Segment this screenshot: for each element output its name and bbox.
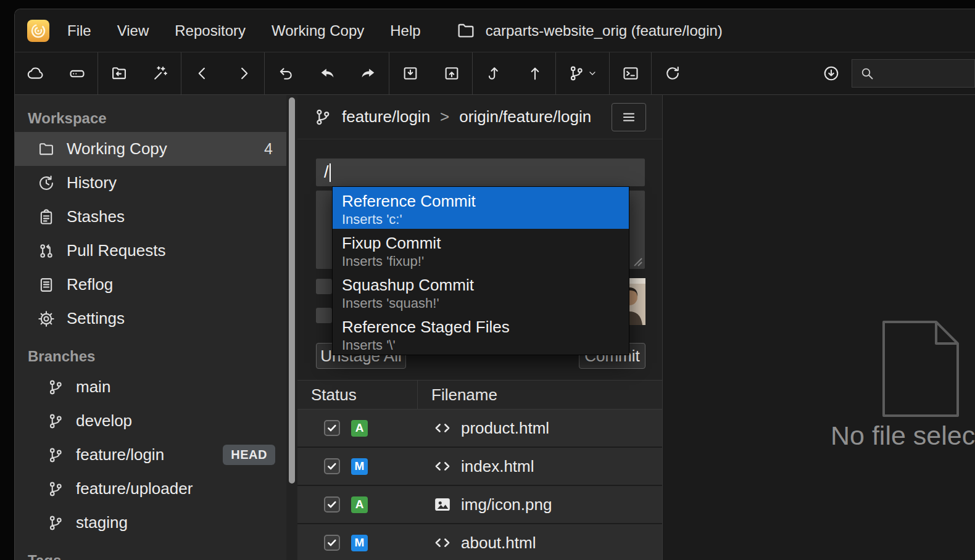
sidebar-item-settings[interactable]: Settings <box>15 302 286 336</box>
branch-label: feature/uploader <box>76 479 193 498</box>
reset-button[interactable] <box>265 52 306 94</box>
local-branch-label: feature/login <box>342 107 430 126</box>
git-branch-icon <box>47 447 64 464</box>
arrow-up-button[interactable] <box>514 52 555 94</box>
autocomplete-item-fixup-commit[interactable]: Fixup Commit Inserts 'fixup!' <box>333 229 629 271</box>
open-repo-button[interactable] <box>98 52 139 94</box>
main-panel: feature/login > origin/feature/login / <box>297 95 663 560</box>
branch-label: feature/login <box>76 445 164 464</box>
chevron-down-icon <box>587 68 597 78</box>
menu-view[interactable]: View <box>104 9 162 52</box>
gear-icon <box>38 310 55 327</box>
menu-file[interactable]: File <box>54 9 104 52</box>
table-row[interactable]: M about.html <box>297 524 662 560</box>
cloud-button[interactable] <box>15 52 56 94</box>
resize-grip-icon[interactable] <box>633 257 643 267</box>
download-circle-icon <box>823 65 840 82</box>
autocomplete-item-reference-commit[interactable]: Reference Commit Inserts 'c:' <box>333 187 629 229</box>
git-branch-icon <box>47 480 64 498</box>
scrollbar-thumb[interactable] <box>289 97 295 484</box>
stage-checkbox[interactable] <box>324 496 340 513</box>
toolbar <box>15 52 975 95</box>
code-file-icon <box>433 533 452 552</box>
magic-wand-button[interactable] <box>139 52 181 94</box>
stage-box-button[interactable] <box>389 52 431 94</box>
status-modified-badge: M <box>351 535 368 551</box>
remote-branch-label: origin/feature/login <box>459 107 591 126</box>
code-file-icon <box>433 457 452 476</box>
stage-checkbox[interactable] <box>324 458 340 474</box>
terminal-button[interactable] <box>610 52 651 94</box>
search-input[interactable] <box>881 65 967 81</box>
workspace-section-header: Workspace <box>15 105 286 132</box>
autocomplete-item-reference-staged-files[interactable]: Reference Staged Files Inserts '\' <box>333 313 629 355</box>
status-cell: M <box>297 458 418 475</box>
branch-menu-button[interactable] <box>556 52 609 94</box>
text-caret <box>330 163 331 182</box>
sidebar-item-working-copy[interactable]: Working Copy 4 <box>15 132 286 166</box>
arrow-up-icon <box>526 65 544 82</box>
no-file-selected-text: No file selected <box>831 421 975 451</box>
table-header: Status Filename <box>297 380 662 410</box>
undo-button[interactable] <box>306 52 347 94</box>
table-row[interactable]: A img/icon.png <box>297 486 662 524</box>
redo-icon <box>360 65 377 82</box>
status-cell: A <box>297 420 418 437</box>
commit-options-button[interactable] <box>612 103 646 131</box>
menu-working-copy[interactable]: Working Copy <box>259 9 377 52</box>
sidebar-item-stashes[interactable]: Stashes <box>15 200 286 234</box>
sidebar-item-history[interactable]: History <box>15 166 286 200</box>
commit-message-value: / <box>324 163 329 182</box>
redo-button[interactable] <box>347 52 389 94</box>
sidebar-scrollbar[interactable] <box>286 95 297 560</box>
branch-separator: > <box>440 107 449 126</box>
table-row[interactable]: A product.html <box>297 410 662 448</box>
download-button[interactable] <box>810 52 852 94</box>
sidebar-item-label: Pull Requests <box>67 241 165 260</box>
commit-panel: / U <box>297 139 662 380</box>
pending-count-badge: 4 <box>264 140 273 158</box>
sidebar-item-label: Working Copy <box>67 139 167 159</box>
table-row[interactable]: M index.html <box>297 448 662 486</box>
folder-icon <box>456 21 476 41</box>
commit-message-input[interactable]: / <box>316 159 645 186</box>
git-branch-icon <box>47 413 64 430</box>
hook-arrow-up-icon <box>485 65 502 82</box>
search-box[interactable] <box>852 59 975 88</box>
history-icon <box>38 175 55 192</box>
menu-repository[interactable]: Repository <box>162 9 259 52</box>
unstage-box-button[interactable] <box>431 52 472 94</box>
sidebar-branch-feature-uploader[interactable]: feature/uploader <box>15 472 286 506</box>
box-arrow-down-icon <box>402 65 419 82</box>
autocomplete-item-squashup-commit[interactable]: Squashup Commit Inserts 'squash!' <box>333 271 629 313</box>
menu-help[interactable]: Help <box>377 9 433 52</box>
clipboard-icon <box>38 208 55 226</box>
drive-button[interactable] <box>56 52 98 94</box>
option-checkbox-fragment[interactable] <box>316 308 332 323</box>
filename-cell: about.html <box>418 533 536 553</box>
sidebar-branch-feature-login[interactable]: feature/login HEAD <box>15 438 286 472</box>
stage-checkbox[interactable] <box>324 535 340 551</box>
file-preview-panel: No file selected <box>663 95 975 560</box>
branches-section-header: Branches <box>15 343 286 370</box>
repo-title: carparts-website_orig (feature/login) <box>486 22 723 39</box>
sidebar-branch-main[interactable]: main <box>15 370 286 404</box>
forward-button[interactable] <box>223 52 264 94</box>
status-modified-badge: M <box>351 458 368 475</box>
autocomplete-title: Reference Staged Files <box>342 316 620 337</box>
refresh-button[interactable] <box>652 52 693 94</box>
hook-arrow-button[interactable] <box>473 52 514 94</box>
sidebar-item-reflog[interactable]: Reflog <box>15 268 286 302</box>
stage-checkbox[interactable] <box>324 420 340 436</box>
sidebar-item-pull-requests[interactable]: Pull Requests <box>15 234 286 268</box>
autocomplete-title: Squashup Commit <box>342 274 620 295</box>
sidebar-branch-staging[interactable]: staging <box>15 506 286 540</box>
status-column-header: Status <box>297 381 418 409</box>
back-button[interactable] <box>181 52 223 94</box>
document-outline-icon <box>877 316 964 422</box>
option-checkbox-fragment[interactable] <box>316 279 332 294</box>
sidebar-branch-develop[interactable]: develop <box>15 404 286 438</box>
filename-label: img/icon.png <box>461 495 552 514</box>
cloud-icon <box>27 65 44 82</box>
check-icon <box>326 499 338 510</box>
